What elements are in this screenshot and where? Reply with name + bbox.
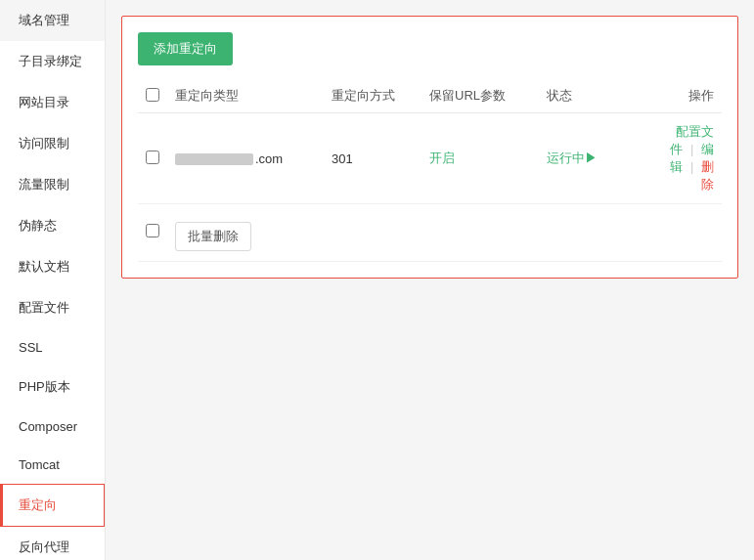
- header-param: 保留URL参数: [421, 79, 539, 113]
- header-type: 重定向类型: [167, 79, 324, 113]
- batch-delete-button[interactable]: 批量删除: [175, 222, 251, 251]
- sidebar-item-composer[interactable]: Composer: [0, 408, 105, 446]
- sidebar-item-traffic[interactable]: 流量限制: [0, 164, 105, 205]
- select-all-checkbox[interactable]: [146, 88, 159, 102]
- action-sep-1: |: [690, 142, 693, 156]
- row-method: 301: [324, 113, 421, 204]
- header-checkbox-cell: [138, 79, 167, 113]
- table-header-row: 重定向类型 重定向方式 保留URL参数 状态 操作: [138, 79, 722, 113]
- add-redirect-button[interactable]: 添加重定向: [138, 32, 233, 65]
- sidebar-item-pseudo[interactable]: 伪静态: [0, 205, 105, 246]
- row-checkbox-cell: [138, 113, 167, 204]
- row-checkbox[interactable]: [146, 151, 159, 164]
- table-row: .com 301 开启 运行中▶ 配置文件 |: [138, 113, 722, 204]
- action-sep-2: |: [690, 159, 693, 174]
- row-domain: .com: [167, 113, 324, 204]
- running-status-text: 运行中▶: [547, 151, 598, 165]
- sidebar-item-access[interactable]: 访问限制: [0, 123, 105, 164]
- sidebar-item-redirect[interactable]: 重定向: [0, 484, 105, 527]
- row-actions: 配置文件 | 编辑 | 删除: [656, 113, 722, 204]
- batch-checkbox-cell: [138, 204, 167, 262]
- sidebar-item-phpver[interactable]: PHP版本: [0, 366, 105, 408]
- content-box: 添加重定向 重定向类型 重定向方式 保留URL参数: [121, 16, 738, 279]
- main-content: 添加重定向 重定向类型 重定向方式 保留URL参数: [106, 0, 754, 560]
- redirect-table: 重定向类型 重定向方式 保留URL参数 状态 操作: [138, 79, 722, 262]
- sidebar-item-reverseproxy[interactable]: 反向代理: [0, 527, 105, 560]
- delete-link[interactable]: 删除: [701, 159, 714, 192]
- batch-delete-cell: 批量删除: [167, 204, 722, 262]
- sidebar-item-sitedir[interactable]: 网站目录: [0, 82, 105, 123]
- sidebar-item-defaultdoc[interactable]: 默认文档: [0, 246, 105, 287]
- header-method: 重定向方式: [324, 79, 421, 113]
- batch-row: 批量删除: [138, 204, 722, 262]
- sidebar-item-configfile[interactable]: 配置文件: [0, 287, 105, 328]
- row-param-status: 开启: [421, 113, 539, 204]
- sidebar-item-subdir[interactable]: 子目录绑定: [0, 41, 105, 82]
- header-status: 状态: [539, 79, 656, 113]
- sidebar: 域名管理 子目录绑定 网站目录 访问限制 流量限制 伪静态 默认文档 配置文件 …: [0, 0, 106, 560]
- batch-checkbox[interactable]: [146, 224, 159, 237]
- sidebar-item-domain[interactable]: 域名管理: [0, 0, 105, 41]
- sidebar-item-ssl[interactable]: SSL: [0, 328, 105, 366]
- row-running-status: 运行中▶: [539, 113, 656, 204]
- header-action: 操作: [656, 79, 722, 113]
- sidebar-item-tomcat[interactable]: Tomcat: [0, 446, 105, 484]
- domain-blur: [175, 153, 253, 165]
